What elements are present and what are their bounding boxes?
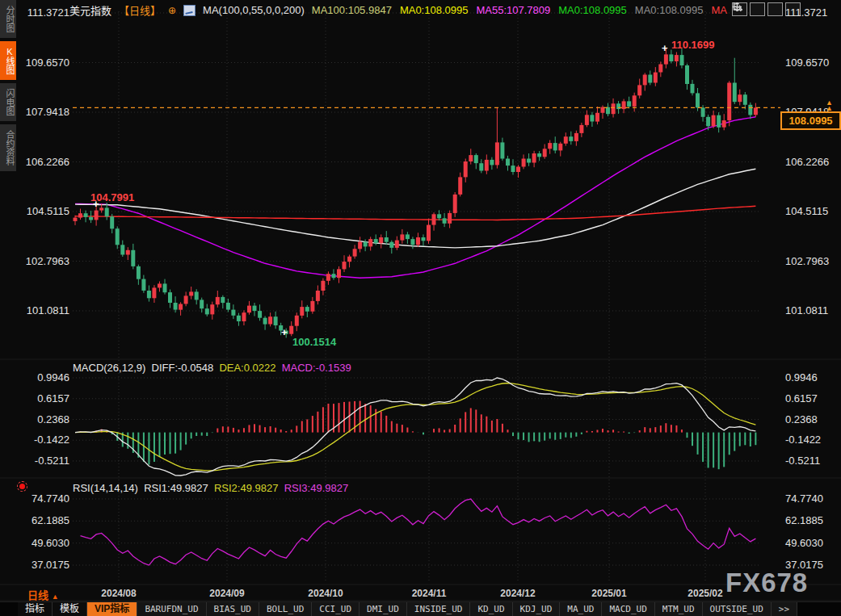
macd-axis-label: -0.5211 — [785, 455, 839, 467]
cross-marker-icon: + — [93, 198, 99, 210]
rsi-axis-label: 62.1885 — [23, 514, 69, 526]
period-up-arrow-icon: ▲ — [52, 593, 59, 601]
ma-formula: MA(100,0,55,0,0,200) — [203, 4, 305, 16]
date-label: 2024/11 — [403, 588, 455, 599]
tab-boll_ud[interactable]: BOLL_UD — [259, 602, 312, 616]
chart-canvas[interactable] — [0, 0, 841, 616]
period-selector[interactable]: 日线 ▲ — [27, 587, 59, 602]
macd-axis-label: 0.6157 — [785, 392, 839, 404]
price-axis-label: 104.5115 — [23, 205, 69, 217]
price-axis-label: 101.0811 — [785, 304, 839, 316]
left-axis-icon[interactable] — [750, 2, 765, 16]
tab-bias_ud[interactable]: BIAS_UD — [207, 602, 259, 616]
macd-axis-label: -0.5211 — [23, 455, 69, 467]
macd-axis-label: 0.2368 — [23, 413, 69, 425]
sidebar-item-3[interactable]: 合约资料 — [0, 124, 16, 171]
ma-legend-value-1: MA0:108.0995 — [400, 4, 469, 16]
date-label: 2024/10 — [300, 588, 351, 599]
date-label: 2024/08 — [93, 588, 145, 599]
rsi-axis-label: 49.6030 — [785, 537, 839, 549]
price-axis-label: 111.3721 — [23, 6, 69, 19]
ma-line-MA200 — [75, 206, 755, 220]
last-price-tag: 108.0995 — [780, 111, 841, 130]
date-label: 2024/12 — [492, 588, 544, 599]
sidebar-item-2[interactable]: 闪电图 — [0, 83, 16, 121]
left-sidebar: 分时图K线图闪电图合约资料 — [0, 0, 16, 171]
tab-barufdn_ud[interactable]: BARUFDN_UD — [137, 602, 206, 616]
tab-dmi_ud[interactable]: DMI_UD — [360, 602, 407, 616]
rsi3-value: RSI3:49.9827 — [284, 482, 349, 494]
macd-value: MACD:-0.1539 — [282, 362, 351, 374]
tab-outside_ud[interactable]: OUTSIDE_UD — [703, 602, 772, 616]
rsi-axis-label: 74.7740 — [785, 492, 839, 505]
watermark: FX678 — [725, 568, 808, 598]
tab-mtm_ud[interactable]: MTM_UD — [655, 602, 703, 616]
macd-formula: MACD(26,12,9) — [73, 362, 145, 374]
tab-[interactable]: 指标 — [18, 602, 53, 616]
price-axis-label: 106.2266 — [23, 156, 69, 168]
ma-legend-value-3: MA0:108.0995 — [558, 4, 627, 16]
alert-indicator-icon[interactable] — [19, 484, 25, 489]
right-axis-icon[interactable] — [767, 2, 783, 16]
sidebar-item-1[interactable]: K线图 — [0, 41, 16, 80]
period-tag: 【日线】 — [119, 2, 161, 18]
cross-marker-icon: + — [662, 42, 668, 54]
rsi-axis-label: 74.7740 — [23, 492, 69, 505]
ma-legend-value-5: MA — [711, 4, 727, 16]
rsi-formula: RSI(14,14,14) — [73, 482, 138, 494]
price-axis-label: 104.5115 — [785, 205, 839, 217]
tab-macd_ud[interactable]: MACD_UD — [602, 602, 654, 616]
indicator-tabbar: 指标模板VIP指标BARUFDN_UDBIAS_UDBOLL_UDCCI_UDD… — [0, 601, 841, 616]
macd-axis-label: -0.1422 — [23, 434, 69, 446]
ma-legend-value-0: MA100:105.9847 — [312, 4, 392, 16]
rsi-axis-label: 37.0175 — [23, 559, 69, 571]
tab-kd_ud[interactable]: KD_UD — [470, 602, 512, 616]
cross-marker-icon: + — [281, 326, 288, 338]
price-axis-label: 111.3721 — [785, 6, 839, 19]
tab-cci_ud[interactable]: CCI_UD — [312, 602, 360, 616]
annotation-high: 110.1699 — [671, 39, 715, 51]
date-label: 2025/02 — [679, 588, 731, 599]
chart-legend: 美元指数 【日线】 ⊕ MA(100,0,55,0,0,200) MA100:1… — [69, 2, 727, 18]
price-axis-label: 101.0811 — [23, 304, 69, 316]
macd-header: MACD(26,12,9) DIFF:-0.0548 DEA:0.0222 MA… — [73, 362, 351, 374]
rsi2-value: RSI2:49.9827 — [214, 482, 279, 494]
ma-values: MA100:105.9847MA0:108.0995MA55:107.7809M… — [312, 4, 727, 16]
trading-terminal-window: 分时图K线图闪电图合约资料 美元指数 【日线】 ⊕ MA(100,0,55,0,… — [0, 0, 841, 616]
ma-legend-value-2: MA55:107.7809 — [476, 4, 550, 16]
ma-line-MA55 — [75, 117, 755, 278]
symbol-title: 美元指数 — [69, 2, 111, 18]
macd-dea-value: DEA:0.0222 — [219, 362, 275, 374]
tab-[interactable]: 模板 — [53, 602, 87, 616]
price-axis-label: 109.6570 — [23, 57, 69, 69]
macd-diff-value: DIFF:-0.0548 — [152, 362, 214, 374]
rsi-header: RSI(14,14,14) RSI1:49.9827 RSI2:49.9827 … — [73, 482, 348, 494]
macd-axis-label: 0.9946 — [23, 371, 69, 383]
ma-line-MA100 — [75, 169, 755, 248]
dea-line — [75, 383, 755, 471]
tab-inside_ud[interactable]: INSIDE_UD — [407, 602, 471, 616]
annotation-low: 100.1514 — [292, 336, 336, 348]
macd-axis-label: -0.1422 — [785, 434, 839, 446]
price-axis-label: 102.7963 — [23, 255, 69, 267]
tab-ma_ud[interactable]: MA_UD — [560, 602, 602, 616]
macd-axis-label: 0.2368 — [785, 413, 839, 425]
macd-axis-label: 0.9946 — [785, 371, 839, 383]
mini-chart-icon — [183, 5, 196, 16]
date-label: 2024/09 — [201, 588, 253, 599]
price-tag-arrow-icon: ▲▲ — [826, 100, 833, 111]
tab->>[interactable]: >> — [772, 602, 797, 616]
expand-icon[interactable]: ⊕ — [168, 5, 176, 16]
rsi-axis-label: 62.1885 — [785, 514, 839, 526]
tab-kdj_ud[interactable]: KDJ_UD — [513, 602, 561, 616]
price-axis-label: 109.6570 — [785, 57, 839, 69]
rsi1-value: RSI1:49.9827 — [144, 482, 208, 494]
tab-vip[interactable]: VIP指标 — [87, 602, 137, 616]
date-label: 2025/01 — [583, 588, 635, 599]
rsi-axis-label: 49.6030 — [23, 537, 69, 549]
price-axis-label: 106.2266 — [785, 156, 839, 168]
macd-axis-label: 0.6157 — [23, 392, 69, 404]
price-axis-label: 102.7963 — [785, 255, 839, 267]
sidebar-item-0[interactable]: 分时图 — [0, 0, 16, 38]
price-axis-label: 107.9418 — [23, 106, 69, 118]
